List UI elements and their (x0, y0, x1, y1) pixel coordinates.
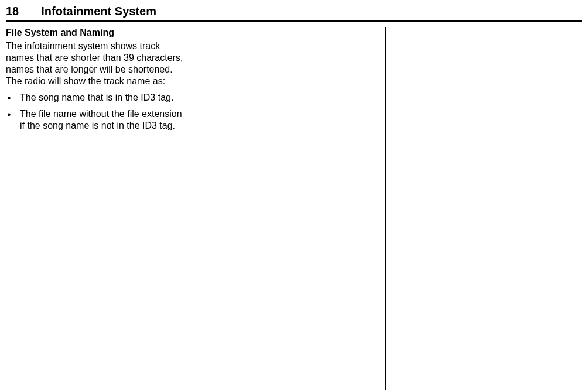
column-2 (196, 27, 387, 390)
column-3 (386, 27, 576, 390)
document-page: 18 Infotainment System File System and N… (0, 0, 588, 390)
section-heading: File System and Naming (6, 27, 187, 38)
column-1: File System and Naming The infotainment … (6, 27, 196, 390)
body-paragraph: The infotainment system shows track name… (6, 40, 187, 87)
content-area: File System and Naming The infotainment … (6, 27, 582, 390)
page-number: 18 (6, 5, 19, 18)
bullet-list: The song name that is in the ID3 tag. Th… (6, 92, 187, 132)
page-title: Infotainment System (41, 5, 156, 18)
list-item: The song name that is in the ID3 tag. (6, 92, 187, 104)
page-header: 18 Infotainment System (6, 5, 582, 22)
list-item: The file name without the file extension… (6, 108, 187, 132)
